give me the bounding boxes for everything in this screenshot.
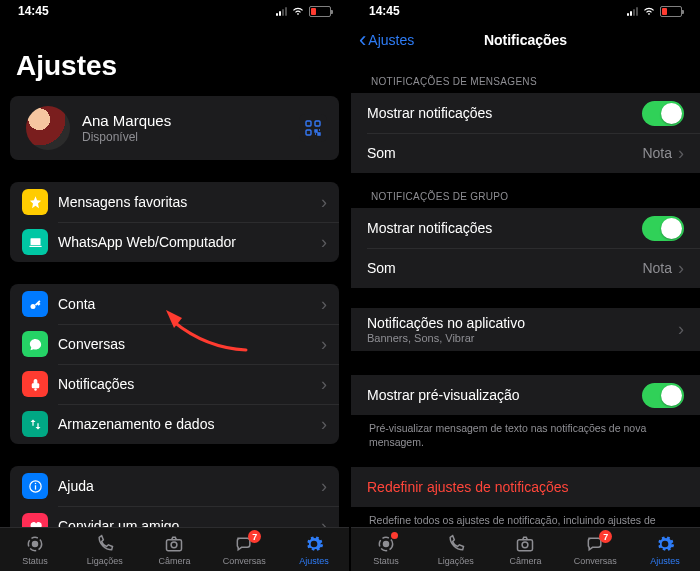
row-show-preview[interactable]: Mostrar pré-visualização [351,375,700,415]
chevron-left-icon: ‹ [359,29,366,51]
svg-rect-1 [315,121,320,126]
chats-icon: 7 [233,533,255,555]
cellular-icon [276,7,287,16]
toggle-on[interactable] [642,216,684,241]
row-chats[interactable]: Conversas › [10,324,339,364]
chevron-right-icon: › [321,232,327,253]
chevron-right-icon: › [321,476,327,497]
status-time: 14:45 [369,4,400,18]
row-show-message-notifications[interactable]: Mostrar notificações [351,93,700,133]
phone-icon [94,533,116,555]
row-label: Conta [58,296,321,312]
toggle-on[interactable] [642,383,684,408]
tab-calls[interactable]: Ligações [70,528,140,571]
tab-status[interactable]: Status [0,528,70,571]
status-icon [375,533,397,555]
phone-left-ajustes: 14:45 Ajustes Ana Marques Disponível [0,0,349,571]
section-footer-preview: Pré-visualizar mensagem de texto nas not… [351,415,700,449]
tab-chats[interactable]: 7Conversas [560,528,630,571]
row-label: Armazenamento e dados [58,416,321,432]
gear-icon [654,533,676,555]
section-header-groups: NOTIFICAÇÕES DE GRUPO [351,173,700,208]
row-label: Ajuda [58,478,321,494]
back-button[interactable]: ‹ Ajustes [359,29,414,51]
toggle-on[interactable] [642,101,684,126]
row-storage-data[interactable]: Armazenamento e dados › [10,404,339,444]
svg-rect-0 [306,121,311,126]
chevron-right-icon: › [321,294,327,315]
page-title: Ajustes [0,22,349,96]
status-time: 14:45 [18,4,49,18]
row-notifications[interactable]: Notificações › [10,364,339,404]
svg-point-13 [32,542,37,547]
gear-icon [303,533,325,555]
nav-title: Notificações [484,32,567,48]
svg-rect-2 [306,130,311,135]
bell-icon [22,371,48,397]
profile-row[interactable]: Ana Marques Disponível [10,96,339,160]
badge: 7 [599,530,612,543]
row-label: Conversas [58,336,321,352]
svg-rect-4 [29,245,42,246]
value-sound: Nota [642,145,672,161]
tab-bar: Status Ligações Câmera 7Conversas Ajuste… [351,527,700,571]
tab-settings[interactable]: Ajustes [630,528,700,571]
chevron-right-icon: › [678,319,684,340]
row-account[interactable]: Conta › [10,284,339,324]
chevron-right-icon: › [321,334,327,355]
camera-icon [514,533,536,555]
avatar [26,106,70,150]
qr-code-button[interactable] [299,114,327,142]
row-in-app-notifications[interactable]: Notificações no aplicativo Banners, Sons… [351,308,700,351]
status-bar: 14:45 [0,0,349,22]
wifi-icon [642,6,656,16]
phone-right-notificacoes: 14:45 ‹ Ajustes Notificações NOTIFICAÇÕE… [351,0,700,571]
svg-rect-3 [30,238,40,245]
svg-rect-10 [34,485,35,489]
row-show-group-notifications[interactable]: Mostrar notificações [351,208,700,248]
badge: 7 [248,530,261,543]
chevron-right-icon: › [321,414,327,435]
tab-status[interactable]: Status [351,528,421,571]
row-label: Convidar um amigo [58,518,321,527]
key-icon [22,291,48,317]
cellular-icon [627,7,638,16]
tab-chats[interactable]: 7Conversas [209,528,279,571]
nav-bar: ‹ Ajustes Notificações [351,22,700,58]
row-starred-messages[interactable]: Mensagens favoritas › [10,182,339,222]
chevron-right-icon: › [678,143,684,164]
tab-settings[interactable]: Ajustes [279,528,349,571]
camera-icon [163,533,185,555]
notification-dot [391,532,398,539]
status-icon [24,533,46,555]
chats-icon: 7 [584,533,606,555]
svg-point-20 [523,542,529,548]
profile-subtitle: Disponível [82,130,171,144]
row-whatsapp-web[interactable]: WhatsApp Web/Computador › [10,222,339,262]
row-group-sound[interactable]: Som Nota › [351,248,700,288]
row-message-sound[interactable]: Som Nota › [351,133,700,173]
heart-icon [22,513,48,527]
arrows-icon [22,411,48,437]
info-icon [22,473,48,499]
tab-camera[interactable]: Câmera [491,528,561,571]
chevron-right-icon: › [321,192,327,213]
status-bar: 14:45 [351,0,700,22]
svg-point-11 [34,482,36,484]
row-help[interactable]: Ajuda › [10,466,339,506]
svg-point-15 [172,542,178,548]
star-icon [22,189,48,215]
row-reset-notification-settings[interactable]: Redefinir ajustes de notificações [351,467,700,507]
tab-calls[interactable]: Ligações [421,528,491,571]
row-subtitle: Banners, Sons, Vibrar [367,332,678,344]
battery-icon [660,6,682,17]
chevron-right-icon: › [321,516,327,528]
settings-group-2: Conta › Conversas › Notificações › Armaz… [10,284,339,444]
svg-point-18 [383,542,388,547]
svg-point-8 [34,388,37,391]
tab-camera[interactable]: Câmera [140,528,210,571]
value-sound: Nota [642,260,672,276]
row-invite-friend[interactable]: Convidar um amigo › [10,506,339,527]
phone-icon [445,533,467,555]
chat-icon [22,331,48,357]
